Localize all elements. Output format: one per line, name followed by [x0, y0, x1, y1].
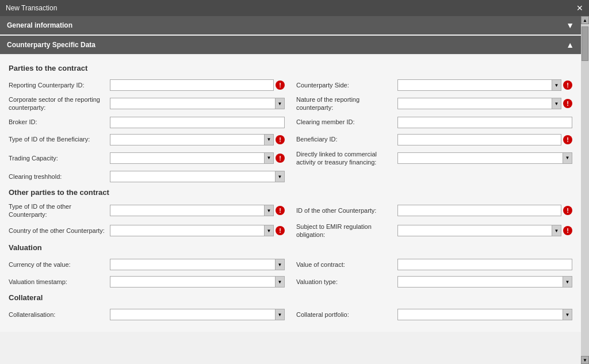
title-bar: New Transaction ✕ — [0, 0, 589, 16]
corporate-sector-label: Corporate sector of the reporting counte… — [9, 95, 106, 112]
id-other-counterparty-label: ID of the other Counterparty: — [296, 206, 394, 214]
value-contract-label: Value of contract: — [296, 260, 394, 269]
collateral-form-grid: Collateralisation: ▼ Collateral portfoli… — [9, 308, 572, 321]
counterparty-side-label: Counterparty Side: — [296, 81, 394, 89]
clearing-treshhold-dropdown-btn[interactable]: ▼ — [276, 171, 285, 182]
emir-regulation-dropdown-btn[interactable]: ▼ — [552, 225, 561, 236]
emir-regulation-error: ! — [563, 226, 572, 235]
emir-regulation-wrap: ▼ ! — [397, 225, 572, 236]
close-button[interactable]: ✕ — [576, 3, 583, 13]
clearing-member-id-input[interactable] — [397, 117, 572, 128]
trading-capacity-dropdown-btn[interactable]: ▼ — [265, 152, 274, 164]
value-contract-input[interactable] — [397, 259, 572, 270]
id-other-counterparty-input[interactable] — [397, 205, 561, 216]
form-row-value-contract: Value of contract: — [296, 258, 572, 271]
reporting-counterparty-id-input[interactable] — [110, 79, 274, 91]
type-id-beneficiary-error: ! — [276, 135, 285, 144]
currency-value-dropdown-btn[interactable]: ▼ — [276, 259, 285, 270]
general-information-header[interactable]: General information ▼ — [0, 16, 581, 35]
form-row-collateralisation: Collateralisation: ▼ — [9, 308, 285, 321]
scrollbar-track: ▲ ▼ — [581, 16, 589, 364]
counterparty-specific-header[interactable]: Counterparty Specific Data ▲ — [0, 36, 581, 54]
type-id-other-input[interactable] — [110, 205, 265, 216]
trading-capacity-select-wrap: ▼ — [110, 152, 274, 164]
valuation-type-dropdown-btn[interactable]: ▼ — [563, 276, 572, 288]
trading-capacity-error: ! — [276, 154, 285, 163]
scrollbar-thumb[interactable] — [582, 26, 588, 61]
directly-linked-input[interactable] — [397, 152, 563, 164]
collateral-title: Collateral — [9, 293, 572, 302]
currency-value-input[interactable] — [110, 259, 276, 270]
type-id-beneficiary-label: Type of ID of the Beneficiary: — [9, 135, 106, 143]
form-row-type-id-other: Type of ID of the other Counterparty: ▼ … — [9, 202, 285, 219]
valuation-type-select-wrap: ▼ — [397, 276, 572, 288]
currency-value-select-wrap: ▼ — [110, 259, 285, 270]
counterparty-side-error: ! — [563, 81, 572, 90]
form-row-broker-id: Broker ID: — [9, 116, 285, 129]
collateralisation-dropdown-btn[interactable]: ▼ — [276, 309, 285, 320]
valuation-timestamp-label: Valuation timestamp: — [9, 278, 106, 286]
valuation-timestamp-dropdown-btn[interactable]: ▼ — [276, 276, 285, 288]
other-parties-title: Other parties to the contract — [9, 188, 572, 197]
counterparty-specific-label: Counterparty Specific Data — [7, 41, 95, 49]
country-other-dropdown-btn[interactable]: ▼ — [265, 225, 274, 236]
country-other-select-wrap: ▼ — [110, 225, 274, 236]
reporting-counterparty-id-label: Reporting Counterparty ID: — [9, 81, 106, 89]
form-row-valuation-type: Valuation type: ▼ — [296, 275, 572, 289]
emir-regulation-select-wrap: ▼ — [397, 225, 561, 236]
type-id-beneficiary-dropdown-btn[interactable]: ▼ — [265, 134, 274, 145]
emir-regulation-label: Subject to EMIR regulation obligation: — [296, 223, 394, 239]
scrollbar-arrow-up[interactable]: ▲ — [581, 16, 589, 24]
valuation-type-wrap: ▼ — [397, 276, 572, 288]
valuation-timestamp-wrap: ▼ — [110, 276, 285, 288]
collateralisation-input[interactable] — [110, 309, 276, 320]
broker-id-input[interactable] — [110, 117, 285, 128]
directly-linked-dropdown-btn[interactable]: ▼ — [563, 152, 572, 164]
collateralisation-wrap: ▼ — [110, 309, 285, 320]
valuation-type-input[interactable] — [397, 276, 563, 288]
broker-id-label: Broker ID: — [9, 118, 106, 126]
type-id-beneficiary-input[interactable] — [110, 134, 265, 145]
nature-reporting-input[interactable] — [397, 98, 552, 109]
collateral-portfolio-wrap: ▼ — [397, 309, 572, 320]
form-row-nature-reporting: Nature of the reporting counterparty: ▼ … — [296, 95, 572, 112]
type-id-other-dropdown-btn[interactable]: ▼ — [265, 205, 274, 216]
trading-capacity-input[interactable] — [110, 152, 265, 164]
collateral-portfolio-label: Collateral portfolio: — [296, 311, 394, 319]
valuation-timestamp-select-wrap: ▼ — [110, 276, 285, 288]
nature-reporting-select-wrap: ▼ — [397, 98, 561, 109]
type-id-other-error: ! — [276, 206, 285, 215]
type-id-other-label: Type of ID of the other Counterparty: — [9, 202, 106, 219]
clearing-treshhold-input[interactable] — [110, 171, 276, 182]
directly-linked-wrap: ▼ — [397, 152, 572, 164]
clearing-member-id-label: Clearing member ID: — [296, 118, 394, 126]
form-row-currency-value: Currency of the value: ▼ — [9, 258, 285, 271]
form-row-counterparty-side: Counterparty Side: ▼ ! — [296, 78, 572, 92]
form-row-clearing-member-id: Clearing member ID: — [296, 116, 572, 129]
collateral-portfolio-dropdown-btn[interactable]: ▼ — [563, 309, 572, 320]
clearing-member-id-wrap — [397, 117, 572, 128]
form-row-collateral-portfolio: Collateral portfolio: ▼ — [296, 308, 572, 321]
emir-regulation-input[interactable] — [397, 225, 552, 236]
counterparty-side-input[interactable] — [397, 79, 552, 91]
form-row-clearing-treshhold: Clearing treshhold: ▼ — [9, 170, 285, 183]
valuation-timestamp-input[interactable] — [110, 276, 276, 288]
directly-linked-select-wrap: ▼ — [397, 152, 572, 164]
nature-reporting-label: Nature of the reporting counterparty: — [296, 95, 394, 112]
nature-reporting-wrap: ▼ ! — [397, 98, 572, 109]
corporate-sector-dropdown-btn[interactable]: ▼ — [276, 98, 285, 109]
collateralisation-label: Collateralisation: — [9, 311, 106, 319]
nature-reporting-dropdown-btn[interactable]: ▼ — [552, 98, 561, 109]
corporate-sector-input[interactable] — [110, 98, 276, 109]
country-other-input[interactable] — [110, 225, 265, 236]
form-row-directly-linked: Directly linked to commercial activity o… — [296, 150, 572, 167]
counterparty-side-dropdown-btn[interactable]: ▼ — [552, 79, 561, 91]
scrollbar-arrow-down[interactable]: ▼ — [581, 356, 589, 364]
main-content: General information ▼ Counterparty Speci… — [0, 16, 581, 364]
trading-capacity-label: Trading Capacity: — [9, 154, 106, 162]
id-other-counterparty-wrap: ! — [397, 205, 572, 216]
collateral-portfolio-input[interactable] — [397, 309, 563, 320]
beneficiary-id-input[interactable] — [397, 134, 561, 145]
valuation-form-grid: Currency of the value: ▼ Value of contra… — [9, 258, 572, 289]
trading-capacity-wrap: ▼ ! — [110, 152, 285, 164]
